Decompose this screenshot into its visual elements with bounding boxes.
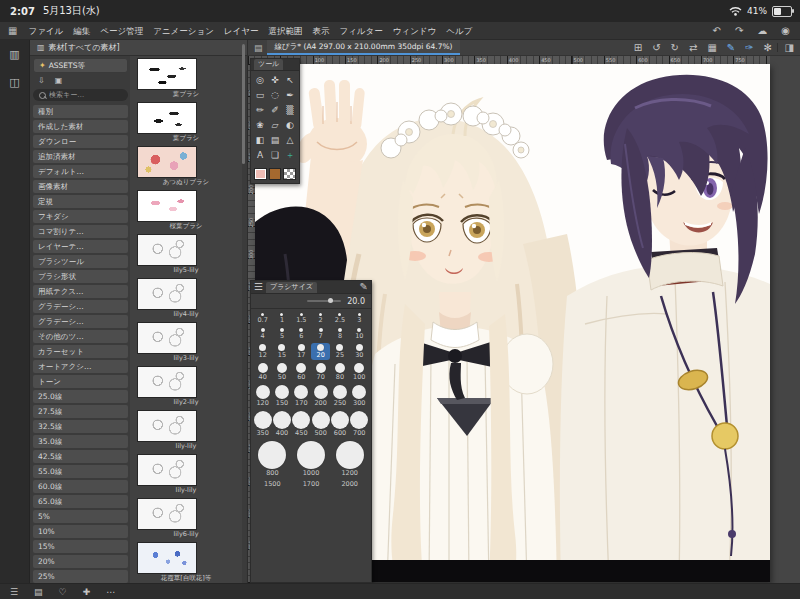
brush-size-4[interactable]: 4 — [253, 327, 272, 341]
brush-size-2.5[interactable]: 2.5 — [330, 312, 349, 325]
menu-item-ページ管理[interactable]: ページ管理 — [95, 22, 148, 40]
material-scrollbar[interactable] — [242, 44, 245, 164]
add-palette-icon[interactable]: ✚ — [83, 585, 91, 599]
material-category[interactable]: 画像素材 — [33, 180, 128, 193]
palette-menu-icon[interactable]: ☰ — [10, 585, 18, 599]
brush-size-12[interactable]: 12 — [253, 343, 272, 360]
blend-tool[interactable]: ◐ — [283, 118, 297, 132]
brush-size-1700[interactable]: 1700 — [292, 480, 331, 489]
material-category[interactable]: 20% — [33, 555, 128, 568]
material-item[interactable]: lily-lily — [130, 452, 242, 496]
rotate-right-icon[interactable]: ↻ — [671, 41, 679, 55]
material-item[interactable]: lily-lily — [130, 408, 242, 452]
material-category[interactable]: トーン — [33, 375, 128, 388]
assets-button[interactable]: ✦ ASSETS等 — [33, 58, 128, 73]
main-color-swatch[interactable] — [254, 168, 267, 180]
material-category[interactable]: 10% — [33, 525, 128, 538]
brush-size-0.7[interactable]: 0.7 — [253, 312, 272, 325]
material-item[interactable]: あつぬりブラシ — [130, 144, 242, 188]
brush-size-1.5[interactable]: 1.5 — [292, 312, 311, 325]
material-category[interactable]: 定規 — [33, 195, 128, 208]
material-category[interactable]: 15% — [33, 540, 128, 553]
folder-icon[interactable]: ▣ — [55, 74, 63, 88]
material-item[interactable]: 葉ブラシ — [130, 100, 242, 144]
brush-size-250[interactable]: 250 — [330, 384, 349, 408]
material-item[interactable]: 葉ブラシ — [130, 56, 242, 100]
operation-tool[interactable]: ↖ — [283, 73, 297, 87]
brush-size-150[interactable]: 150 — [272, 384, 291, 408]
brush-edit-icon[interactable]: ✑ — [745, 41, 753, 55]
material-category[interactable]: ブラシ形状 — [33, 270, 128, 283]
material-search[interactable] — [33, 89, 128, 101]
material-category[interactable]: 27.5線 — [33, 405, 128, 418]
menu-item-ヘルプ[interactable]: ヘルプ — [441, 22, 477, 40]
material-category[interactable]: 35.0線 — [33, 435, 128, 448]
material-category[interactable]: 65.0線 — [33, 495, 128, 508]
subtool-dock-icon[interactable]: ◫ — [9, 76, 19, 90]
menu-item-編集[interactable]: 編集 — [68, 22, 95, 40]
menu-item-フィルター[interactable]: フィルター — [334, 22, 387, 40]
brush-size-6[interactable]: 6 — [292, 327, 311, 341]
material-category[interactable]: 用紙テクス… — [33, 285, 128, 298]
tool-palette-tab[interactable]: ツール — [254, 59, 283, 70]
tab-list-icon[interactable]: ▤ — [254, 43, 263, 53]
brush-size-120[interactable]: 120 — [253, 384, 272, 408]
menu-item-ファイル[interactable]: ファイル — [23, 22, 68, 40]
brush-size-1[interactable]: 1 — [272, 312, 291, 325]
fill-tool[interactable]: ◧ — [253, 133, 267, 147]
material-category[interactable]: 32.5線 — [33, 420, 128, 433]
brush-size-500[interactable]: 500 — [311, 410, 330, 438]
material-category[interactable]: カラーセット — [33, 345, 128, 358]
material-category[interactable]: グラデーシ… — [33, 315, 128, 328]
zoom-tool[interactable]: ◎ — [253, 73, 267, 87]
brush-size-2000[interactable]: 2000 — [330, 480, 369, 489]
grid-icon[interactable]: ▦ — [707, 41, 716, 55]
brush-size-170[interactable]: 170 — [292, 384, 311, 408]
figure-tool[interactable]: △ — [283, 133, 297, 147]
flip-horizontal-icon[interactable]: ⇄ — [689, 41, 697, 55]
brush-size-7[interactable]: 7 — [311, 327, 330, 341]
material-category[interactable]: オートアクシ… — [33, 360, 128, 373]
menu-item-表示[interactable]: 表示 — [307, 22, 334, 40]
material-category[interactable]: グラデーシ… — [33, 300, 128, 313]
menu-item-アニメーション[interactable]: アニメーション — [148, 22, 219, 40]
more-icon[interactable]: ⋯ — [106, 585, 115, 599]
brush-size-40[interactable]: 40 — [253, 362, 272, 382]
transparent-color-swatch[interactable] — [283, 168, 296, 180]
brush-size-5[interactable]: 5 — [272, 327, 291, 341]
material-item[interactable]: lily5-lily — [130, 232, 242, 276]
brush-size-80[interactable]: 80 — [330, 362, 349, 382]
material-item[interactable]: lily3-lily — [130, 320, 242, 364]
material-category[interactable]: 42.5線 — [33, 450, 128, 463]
palette-dock-toggle-icon[interactable]: ◨ — [785, 42, 794, 53]
brush-size-30[interactable]: 30 — [350, 343, 369, 360]
brush-size-2[interactable]: 2 — [311, 312, 330, 325]
material-item[interactable]: lily4-lily — [130, 276, 242, 320]
material-category[interactable]: レイヤーテ… — [33, 240, 128, 253]
material-category[interactable]: 25% — [33, 570, 128, 583]
move-tool[interactable]: ✜ — [268, 73, 282, 87]
pen-tool[interactable]: ✒ — [283, 88, 297, 102]
brush-size-tab[interactable]: ブラシサイズ — [266, 282, 317, 293]
brush-size-3[interactable]: 3 — [350, 312, 369, 325]
brush-size-1500[interactable]: 1500 — [253, 480, 292, 489]
brush-size-400[interactable]: 400 — [272, 410, 291, 438]
material-item[interactable]: 花霞草[自咲花]等 — [130, 540, 242, 583]
brush-size-200[interactable]: 200 — [311, 384, 330, 408]
color-palette-icon[interactable]: ▤ — [34, 585, 43, 599]
material-category[interactable]: 作成した素材 — [33, 120, 128, 133]
download-icon[interactable]: ⇩ — [38, 74, 45, 88]
search-input[interactable] — [49, 91, 119, 99]
brush-size-15[interactable]: 15 — [272, 343, 291, 360]
brush-size-8[interactable]: 8 — [330, 327, 349, 341]
material-category[interactable]: ブラシツール — [33, 255, 128, 268]
brush-size-50[interactable]: 50 — [272, 362, 291, 382]
pen-icon[interactable]: ✎ — [727, 41, 735, 55]
brush-size-25[interactable]: 25 — [330, 343, 349, 360]
airbrush-tool[interactable]: ▒ — [283, 103, 297, 117]
material-category[interactable]: ダウンロー — [33, 135, 128, 148]
decoration-tool[interactable]: ❀ — [253, 118, 267, 132]
pencil-tool[interactable]: ✏ — [253, 103, 267, 117]
text-tool[interactable]: A — [253, 148, 267, 162]
more-settings-icon[interactable]: ✻ — [764, 41, 772, 55]
